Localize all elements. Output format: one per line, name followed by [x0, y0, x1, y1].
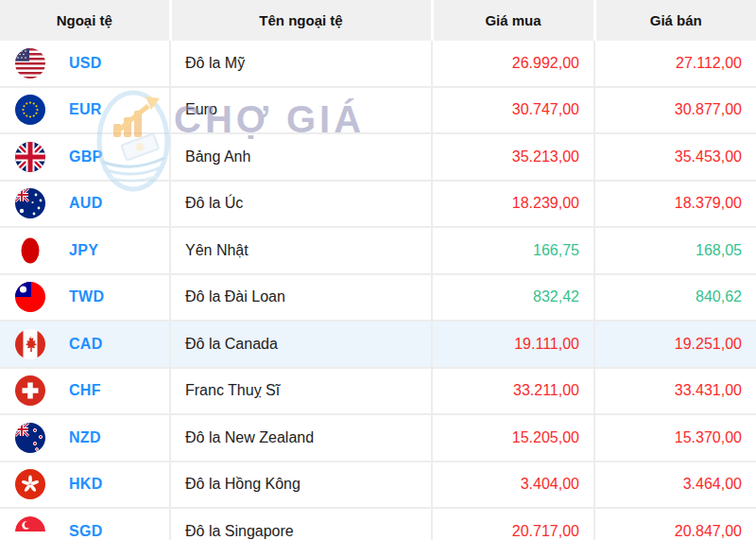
header-sell-price: Giá bán [594, 0, 756, 41]
cad-canada-flag-icon [15, 329, 45, 359]
chf-switzerland-flag-icon [15, 375, 45, 406]
currency-code: EUR [69, 101, 102, 118]
table-row-hkd[interactable]: HKD Đô la Hồng Kông 3.404,00 3.464,00 [0, 462, 756, 509]
currency-name: Đô la Đài Loan [170, 274, 432, 322]
currency-name: Đô la New Zealand [170, 414, 432, 462]
buy-price: 20.717,00 [432, 508, 594, 540]
sell-price: 18.379,00 [594, 181, 756, 228]
sell-price: 15.370,00 [594, 414, 756, 462]
header-currency: Ngoại tệ [0, 0, 170, 41]
header-buy-price: Giá mua [432, 0, 594, 41]
currency-name: Bảng Anh [170, 133, 432, 181]
buy-price: 3.404,00 [432, 462, 594, 509]
buy-price: 166,75 [432, 227, 594, 274]
currency-code: JPY [69, 242, 98, 259]
table-header-row: Ngoại tệ Tên ngoại tệ Giá mua Giá bán [0, 0, 756, 41]
sgd-singapore-flag-icon [15, 516, 45, 540]
currency-code: CHF [69, 382, 101, 399]
hkd-hong-kong-flag-icon [15, 469, 45, 499]
sell-price: 30.877,00 [594, 87, 756, 134]
eur-eu-flag-icon [15, 95, 45, 125]
currency-code: CAD [69, 336, 103, 353]
table-row-gbp[interactable]: GBP Bảng Anh 35.213,00 35.453,00 [0, 133, 756, 181]
buy-price: 35.213,00 [432, 133, 594, 181]
sell-price: 840,62 [594, 274, 756, 322]
header-currency-name: Tên ngoại tệ [170, 0, 432, 41]
buy-price: 30.747,00 [432, 87, 594, 134]
currency-code: TWD [69, 288, 104, 305]
currency-name: Đô la Mỹ [170, 41, 432, 87]
currency-code: GBP [69, 148, 103, 165]
aud-australia-flag-icon [15, 188, 45, 218]
currency-name: Franc Thuỵ Sĩ [170, 368, 432, 415]
buy-price: 33.211,00 [432, 368, 594, 415]
sell-price: 33.431,00 [594, 368, 756, 415]
twd-taiwan-flag-icon [15, 282, 45, 312]
nzd-new-zealand-flag-icon [15, 423, 45, 453]
table-row-aud[interactable]: AUD Đô la Úc 18.239,00 18.379,00 [0, 181, 756, 228]
currency-name: Đô la Úc [170, 181, 432, 228]
buy-price: 15.205,00 [432, 414, 594, 462]
table-row-usd[interactable]: USD Đô la Mỹ 26.992,00 27.112,00 [0, 41, 756, 87]
table-row-nzd[interactable]: NZD Đô la New Zealand 15.205,00 15.370,0… [0, 414, 756, 462]
currency-code: USD [69, 55, 102, 72]
currency-name: Euro [170, 87, 432, 134]
table-row-jpy[interactable]: JPY Yên Nhật 166,75 168,05 [0, 227, 756, 274]
sell-price: 168,05 [594, 227, 756, 274]
currency-code: AUD [69, 195, 103, 212]
currency-code: NZD [69, 429, 101, 446]
usd-us-flag-icon [15, 48, 45, 78]
currency-name: Đô la Singapore [170, 508, 432, 540]
buy-price: 19.111,00 [432, 321, 594, 368]
sell-price: 19.251,00 [594, 321, 756, 368]
currency-name: Đô la Canada [170, 321, 432, 368]
sell-price: 3.464,00 [594, 462, 756, 509]
sell-price: 35.453,00 [594, 133, 756, 181]
sell-price: 27.112,00 [594, 41, 756, 87]
table-row-chf[interactable]: CHF Franc Thuỵ Sĩ 33.211,00 33.431,00 [0, 368, 756, 415]
buy-price: 832,42 [432, 274, 594, 322]
jpy-japan-flag-icon [15, 235, 45, 266]
currency-name: Yên Nhật [170, 227, 432, 274]
gbp-uk-flag-icon [15, 142, 45, 172]
currency-code: SGD [69, 523, 103, 540]
currency-name: Đô la Hồng Kông [170, 462, 432, 509]
buy-price: 26.992,00 [432, 41, 594, 87]
table-row-sgd[interactable]: SGD Đô la Singapore 20.717,00 20.847,00 [0, 508, 756, 540]
table-row-cad[interactable]: CAD Đô la Canada 19.111,00 19.251,00 [0, 321, 756, 368]
currency-code: HKD [69, 476, 103, 493]
buy-price: 18.239,00 [432, 181, 594, 228]
exchange-rate-table: Ngoại tệ Tên ngoại tệ Giá mua Giá bán US… [0, 0, 756, 540]
table-row-eur[interactable]: EUR Euro 30.747,00 30.877,00 [0, 87, 756, 134]
table-row-twd[interactable]: TWD Đô la Đài Loan 832,42 840,62 [0, 274, 756, 322]
sell-price: 20.847,00 [594, 508, 756, 540]
